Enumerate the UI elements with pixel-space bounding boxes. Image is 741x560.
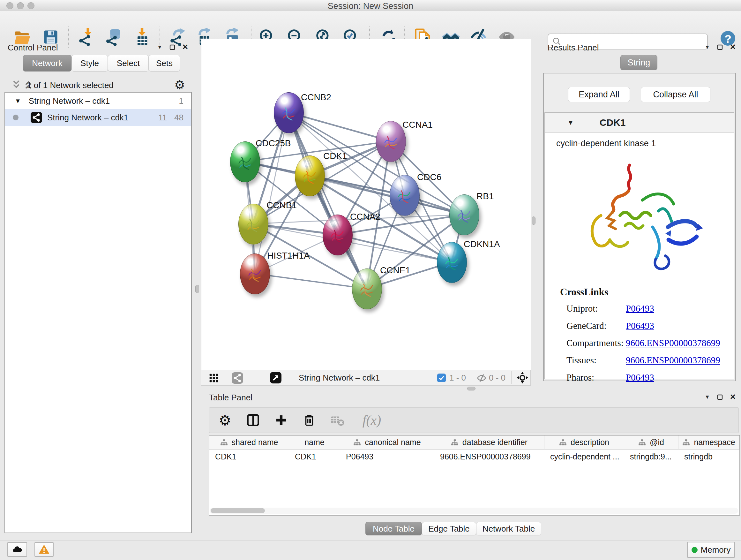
collection-expand-icon[interactable]: ▼ (15, 98, 21, 105)
vertical-splitter-handle[interactable] (532, 216, 536, 225)
network-node-CCNB2[interactable] (274, 92, 304, 133)
crosslink-link[interactable]: P06493 (626, 372, 654, 383)
delete-table-button[interactable] (329, 412, 345, 428)
column-header-database-identifier[interactable]: database identifier (434, 435, 544, 449)
table-cell[interactable]: CDK1 (289, 449, 340, 463)
memory-label: Memory (701, 545, 731, 555)
network-node-CCNB1[interactable] (239, 204, 268, 245)
section-collapse-icon[interactable]: ▼ (567, 118, 574, 127)
selected-checkbox[interactable] (437, 374, 446, 383)
table-cell[interactable]: CDK1 (209, 449, 289, 463)
column-header-canonical-name[interactable]: canonical name (340, 435, 434, 449)
close-panel-icon[interactable]: ✕ (730, 43, 736, 51)
crosslink-link[interactable]: P06493 (626, 320, 654, 331)
table-settings-gear-icon[interactable]: ⚙ (217, 412, 233, 428)
crosslink-label: Pharos: (566, 372, 626, 383)
tab-edge-table[interactable]: Edge Table (422, 522, 476, 536)
network-collection-row[interactable]: ▼ String Network – cdk1 1 (5, 92, 191, 109)
network-row-selected[interactable]: String Network – cdk1 11 48 (5, 109, 191, 126)
table-cell[interactable]: P06493 (340, 449, 434, 463)
close-panel-icon[interactable]: ✕ (730, 393, 736, 401)
open-view-in-window-button[interactable] (270, 372, 281, 385)
crosslink-link[interactable]: P06493 (626, 303, 654, 314)
table-horizontal-scrollbar[interactable] (210, 508, 738, 514)
crosshair-icon (516, 372, 529, 384)
tab-node-table[interactable]: Node Table (365, 522, 422, 536)
network-node-CDC6[interactable] (390, 175, 420, 216)
network-view-share-button[interactable] (232, 372, 243, 385)
network-node-HIST1H1A[interactable] (240, 253, 270, 294)
network-view-toolbar: String Network – cdk1 1 - 0 0 - 0 (201, 370, 531, 386)
vertical-splitter-handle[interactable] (195, 285, 199, 293)
tab-sets[interactable]: Sets (149, 55, 180, 71)
network-node-CCNA2[interactable] (323, 214, 353, 255)
birds-eye-view-button[interactable] (516, 372, 529, 385)
tab-select[interactable]: Select (108, 55, 149, 71)
expand-all-button[interactable]: Expand All (568, 87, 630, 102)
gene-section-header[interactable]: ▼ CDK1 (545, 113, 734, 133)
network-node-CCNE1[interactable] (352, 268, 382, 309)
network-node-CCNA1[interactable] (376, 121, 406, 162)
node-table[interactable]: shared namenamecanonical namedatabase id… (209, 435, 740, 516)
function-builder-button[interactable]: f(x) (357, 412, 386, 428)
panel-menu-icon[interactable]: ▼ (157, 44, 162, 51)
column-header-shared-name[interactable]: shared name (209, 435, 289, 449)
crosslink-link[interactable]: 9606.ENSP00000378699 (626, 355, 720, 366)
import-network-from-file-button[interactable] (77, 28, 96, 46)
show-columns-button[interactable] (245, 412, 261, 428)
crosslink-label: Uniprot: (566, 303, 626, 314)
control-panel-title: Control Panel (8, 43, 58, 53)
scrollbar-thumb[interactable] (211, 508, 265, 513)
crosslinks-title: CrossLinks (560, 287, 734, 298)
warning-icon (38, 544, 50, 555)
table-cell[interactable]: stringdb:9... (624, 449, 678, 463)
network-canvas[interactable]: CCNB2CCNA1CDC25BCDK1CDC6RB1CCNB1CCNA2CDK… (201, 39, 531, 370)
network-node-CDKN1A[interactable] (437, 242, 467, 283)
network-node-RB1[interactable] (449, 194, 479, 235)
delete-column-button[interactable] (301, 412, 317, 428)
tab-network[interactable]: Network (23, 55, 71, 71)
memory-button[interactable]: Memory (687, 542, 735, 558)
grid-view-button[interactable] (209, 373, 219, 384)
table-row[interactable]: CDK1CDK1P064939606.ENSP00000378699cyclin… (209, 449, 739, 463)
column-header-namespace[interactable]: namespace (678, 435, 739, 449)
import-network-from-database-button[interactable] (105, 28, 123, 46)
cloud-status-button[interactable] (7, 542, 27, 557)
table-cell[interactable]: 9606.ENSP00000378699 (434, 449, 544, 463)
network-edge[interactable] (255, 112, 288, 273)
node-label-CDKN1A: CDKN1A (464, 239, 500, 249)
horizontal-splitter-handle[interactable] (467, 387, 475, 390)
network-edge-count: 48 (174, 113, 184, 123)
network-node-CDK1[interactable] (295, 155, 325, 196)
import-table-from-file-button[interactable] (133, 28, 151, 46)
share-icon (232, 372, 243, 384)
float-panel-icon[interactable] (717, 44, 723, 50)
network-tree-panel: ▼ String Network – cdk1 1 String Network… (4, 92, 192, 533)
tab-string[interactable]: String (620, 55, 657, 70)
protein-structure-image (562, 153, 716, 281)
tab-style[interactable]: Style (71, 55, 108, 71)
table-cell[interactable]: cyclin-dependent ... (544, 449, 624, 463)
warnings-button[interactable] (35, 542, 54, 557)
close-panel-icon[interactable]: ✕ (182, 43, 188, 51)
network-edge[interactable] (288, 112, 367, 289)
table-cell[interactable]: stringdb (678, 449, 739, 463)
float-panel-icon[interactable] (717, 394, 723, 400)
column-header-description[interactable]: description (544, 435, 624, 449)
network-status-dot-icon (13, 115, 18, 120)
attribute-tree-icon (451, 439, 459, 446)
network-options-gear-icon[interactable]: ⚙ (174, 78, 185, 92)
network-edge[interactable] (255, 273, 367, 289)
tab-network-table[interactable]: Network Table (476, 522, 541, 536)
collapse-all-button[interactable]: Collapse All (641, 87, 711, 102)
create-column-button[interactable] (273, 412, 289, 428)
column-header--id[interactable]: @id (624, 435, 678, 449)
crosslink-row: Compartments:9606.ENSP00000378699 (566, 334, 734, 352)
column-header-name[interactable]: name (289, 435, 340, 449)
panel-menu-icon[interactable]: ▼ (704, 44, 710, 51)
crosslink-link[interactable]: 9606.ENSP00000378699 (626, 338, 720, 348)
crosslinks-list: Uniprot:P06493GeneCard:P06493Compartment… (566, 300, 734, 386)
float-panel-icon[interactable] (170, 44, 175, 50)
node-label-HIST1H1A: HIST1H1A (267, 251, 310, 261)
panel-menu-icon[interactable]: ▼ (704, 394, 710, 400)
